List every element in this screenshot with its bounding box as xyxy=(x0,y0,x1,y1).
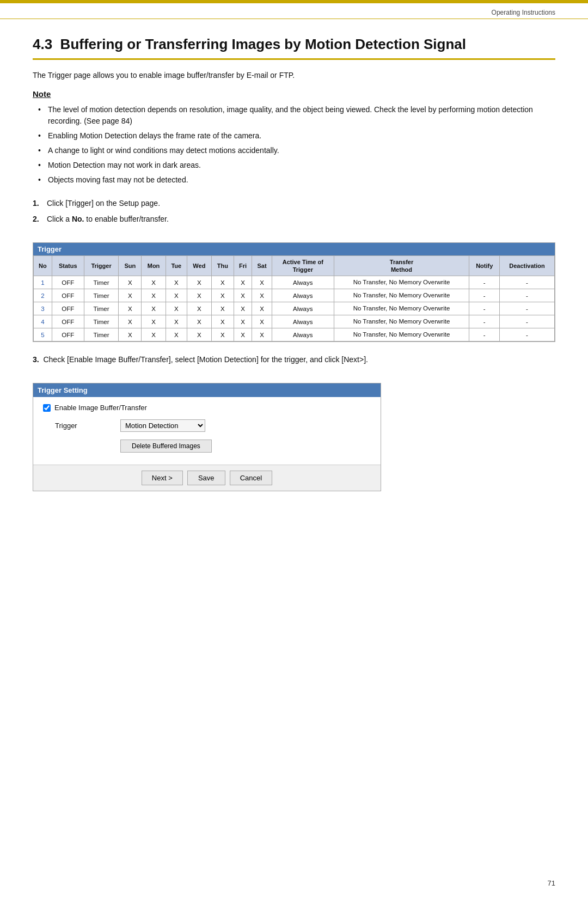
cell-thu: X xyxy=(211,328,234,341)
cell-no[interactable]: 1 xyxy=(34,276,52,289)
enable-label: Enable Image Buffer/Transfer xyxy=(54,404,147,412)
cell-wed: X xyxy=(187,289,211,302)
cell-transfer: No Transfer, No Memory Overwrite xyxy=(334,315,469,328)
cell-active-time: Always xyxy=(272,302,334,315)
cell-no[interactable]: 2 xyxy=(34,289,52,302)
cell-sun: X xyxy=(119,315,142,328)
action-bar: Next > Save Cancel xyxy=(33,465,381,491)
cell-trigger: Timer xyxy=(84,289,119,302)
cell-no[interactable]: 4 xyxy=(34,315,52,328)
th-thu: Thu xyxy=(211,255,234,276)
trigger-label: Trigger xyxy=(55,422,120,430)
page-header: Operating Instructions xyxy=(0,3,588,19)
enable-checkbox[interactable] xyxy=(43,404,51,412)
enable-row: Enable Image Buffer/Transfer xyxy=(43,404,371,412)
cell-tue: X xyxy=(166,315,187,328)
cell-sun: X xyxy=(119,302,142,315)
intro-text: The Trigger page allows you to enable im… xyxy=(33,71,555,80)
list-item: A change to light or wind conditions may… xyxy=(38,145,555,156)
cell-thu: X xyxy=(211,276,234,289)
cell-thu: X xyxy=(211,302,234,315)
trigger-setting-wrapper: Trigger Setting Enable Image Buffer/Tran… xyxy=(33,383,381,491)
table-row: 3 OFF Timer X X X X X X X Always No Tran… xyxy=(34,302,555,315)
list-item: Motion Detection may not work in dark ar… xyxy=(38,160,555,171)
cell-no[interactable]: 5 xyxy=(34,328,52,341)
cell-active-time: Always xyxy=(272,328,334,341)
delete-buffered-images-button[interactable]: Delete Buffered Images xyxy=(120,440,212,453)
cell-mon: X xyxy=(142,302,166,315)
cell-transfer: No Transfer, No Memory Overwrite xyxy=(334,302,469,315)
th-tue: Tue xyxy=(166,255,187,276)
cell-tue: X xyxy=(166,276,187,289)
th-notify: Notify xyxy=(469,255,500,276)
cell-deactivation: - xyxy=(500,315,555,328)
cell-notify: - xyxy=(469,315,500,328)
trigger-setting-body: Enable Image Buffer/Transfer Trigger Mot… xyxy=(33,397,381,465)
th-transfer-method: TransferMethod xyxy=(334,255,469,276)
cell-thu: X xyxy=(211,315,234,328)
th-sun: Sun xyxy=(119,255,142,276)
cell-deactivation: - xyxy=(500,289,555,302)
section-number: 4.3 xyxy=(33,36,52,52)
th-wed: Wed xyxy=(187,255,211,276)
th-sat: Sat xyxy=(252,255,272,276)
header-label: Operating Instructions xyxy=(492,9,555,16)
cell-wed: X xyxy=(187,328,211,341)
cell-sat: X xyxy=(252,289,272,302)
cell-trigger: Timer xyxy=(84,276,119,289)
trigger-select[interactable]: Motion Detection Timer External Sensor I… xyxy=(120,419,205,432)
cell-mon: X xyxy=(142,328,166,341)
cell-status: OFF xyxy=(52,276,84,289)
cell-active-time: Always xyxy=(272,315,334,328)
main-content: 4.3 Buffering or Transferring Images by … xyxy=(0,19,588,524)
cell-deactivation: - xyxy=(500,328,555,341)
save-button[interactable]: Save xyxy=(187,471,225,485)
cell-deactivation: - xyxy=(500,276,555,289)
th-deactivation: Deactivation xyxy=(500,255,555,276)
cell-deactivation: - xyxy=(500,302,555,315)
cancel-button[interactable]: Cancel xyxy=(230,471,272,485)
cell-mon: X xyxy=(142,276,166,289)
step-1: 1. Click [Trigger] on the Setup page. xyxy=(33,198,555,209)
cell-sat: X xyxy=(252,315,272,328)
cell-active-time: Always xyxy=(272,289,334,302)
th-active-time: Active Time ofTrigger xyxy=(272,255,334,276)
cell-sat: X xyxy=(252,302,272,315)
step-3: 3. Check [Enable Image Buffer/Transfer],… xyxy=(33,354,555,365)
step-2: 2. Click a No. to enable buffer/transfer… xyxy=(33,213,555,225)
cell-fri: X xyxy=(234,315,252,328)
cell-notify: - xyxy=(469,328,500,341)
cell-sat: X xyxy=(252,328,272,341)
trigger-setting-title: Trigger Setting xyxy=(33,383,381,397)
cell-transfer: No Transfer, No Memory Overwrite xyxy=(334,276,469,289)
trigger-table-wrapper: Trigger No Status Trigger Sun Mon Tue We… xyxy=(33,242,555,342)
cell-sun: X xyxy=(119,289,142,302)
table-row: 4 OFF Timer X X X X X X X Always No Tran… xyxy=(34,315,555,328)
th-no: No xyxy=(34,255,52,276)
steps-list: 1. Click [Trigger] on the Setup page. 2.… xyxy=(33,198,555,225)
list-item: Enabling Motion Detection delays the fra… xyxy=(38,130,555,142)
cell-mon: X xyxy=(142,289,166,302)
cell-sat: X xyxy=(252,276,272,289)
th-mon: Mon xyxy=(142,255,166,276)
cell-no[interactable]: 3 xyxy=(34,302,52,315)
table-header-row: No Status Trigger Sun Mon Tue Wed Thu Fr… xyxy=(34,255,555,276)
next-button[interactable]: Next > xyxy=(142,471,183,485)
cell-tue: X xyxy=(166,289,187,302)
list-item: Objects moving fast may not be detected. xyxy=(38,174,555,186)
cell-sun: X xyxy=(119,328,142,341)
table-row: 5 OFF Timer X X X X X X X Always No Tran… xyxy=(34,328,555,341)
cell-tue: X xyxy=(166,302,187,315)
section-title-text: Buffering or Transferring Images by Moti… xyxy=(60,36,466,52)
cell-fri: X xyxy=(234,302,252,315)
note-heading: Note xyxy=(33,89,555,99)
cell-wed: X xyxy=(187,302,211,315)
cell-status: OFF xyxy=(52,289,84,302)
cell-fri: X xyxy=(234,276,252,289)
cell-wed: X xyxy=(187,276,211,289)
table-row: 1 OFF Timer X X X X X X X Always No Tran… xyxy=(34,276,555,289)
cell-tue: X xyxy=(166,328,187,341)
cell-status: OFF xyxy=(52,302,84,315)
cell-status: OFF xyxy=(52,328,84,341)
cell-wed: X xyxy=(187,315,211,328)
